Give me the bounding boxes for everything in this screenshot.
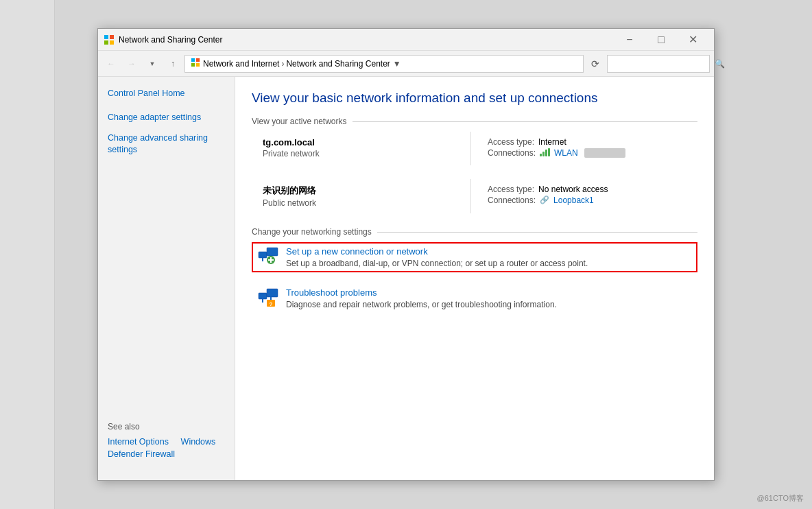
network2-loopback-link[interactable]: Loopback1 (553, 196, 594, 205)
network1-access-type-value: Internet (538, 137, 566, 147)
network1-name: tg.com.local (263, 137, 470, 147)
svg-rect-9 (267, 248, 278, 256)
troubleshoot-desc: Diagnose and repair network problems, or… (286, 300, 557, 309)
sidebar-item-change-adapter-settings[interactable]: Change adapter settings (98, 109, 235, 126)
address-bar: ← → ▼ ↑ Network and Internet › Network a… (98, 51, 714, 77)
network2-name: 未识别的网络 (263, 185, 470, 197)
svg-rect-7 (196, 63, 200, 67)
window-controls: − □ ✕ (614, 29, 708, 51)
networking-settings-section: Change your networking settings (252, 227, 697, 313)
path-icon (191, 58, 200, 69)
network1-access-type-label: Access type: (488, 137, 534, 147)
setup-connection-item: Set up a new connection or network Set u… (252, 242, 697, 272)
svg-rect-15 (259, 293, 267, 299)
search-box: 🔍 (607, 55, 710, 73)
troubleshoot-icon: ? (257, 287, 279, 309)
sidebar-item-change-advanced-sharing[interactable]: Change advanced sharingsettings (98, 130, 235, 158)
network1-row: tg.com.local Private network Access type… (252, 132, 697, 165)
setup-connection-text: Set up a new connection or network Set u… (286, 246, 588, 268)
troubleshoot-text: Troubleshoot problems Diagnose and repai… (286, 287, 557, 309)
svg-rect-4 (191, 58, 195, 62)
minimize-button[interactable]: − (614, 29, 645, 51)
main-content: Control Panel Home Change adapter settin… (98, 77, 714, 480)
loopback-icon: 🔗 (540, 196, 549, 205)
network1-blurred-ssid (584, 148, 625, 158)
search-input[interactable] (612, 59, 715, 69)
network1-details: Access type: Internet Connections: (471, 132, 625, 165)
refresh-button[interactable]: ⟳ (586, 55, 604, 73)
path-separator: › (281, 59, 284, 69)
path-part1: Network and Internet (203, 59, 279, 69)
network1-connections-label: Connections: (488, 148, 536, 158)
troubleshoot-item: ? Troubleshoot problems Diagnose and rep… (252, 283, 697, 313)
active-networks-label: View your active networks (252, 117, 697, 126)
network2-access-type-row: Access type: No network access (488, 185, 608, 194)
network1-connections-row: Connections: WLAN (488, 148, 625, 158)
search-icon: 🔍 (715, 59, 725, 69)
svg-rect-16 (267, 289, 278, 297)
see-also-title: See also (108, 422, 225, 431)
sidebar-see-also: See also Internet Options Windows Defend… (98, 412, 235, 473)
dropdown-button[interactable]: ▼ (143, 55, 161, 73)
title-bar: Network and Sharing Center − □ ✕ (98, 29, 714, 51)
network1-access-type-row: Access type: Internet (488, 137, 625, 147)
svg-rect-8 (259, 252, 267, 258)
setup-connection-icon (257, 246, 279, 268)
window-icon (104, 34, 115, 45)
svg-text:?: ? (270, 301, 273, 307)
troubleshoot-link[interactable]: Troubleshoot problems (286, 287, 557, 298)
network2-type: Public network (263, 198, 470, 208)
content-panel: View your basic network information and … (235, 77, 714, 480)
network2-access-type-value: No network access (538, 185, 608, 194)
window-title: Network and Sharing Center (119, 35, 614, 45)
network1-wlan-link[interactable]: WLAN (554, 148, 578, 158)
forward-button[interactable]: → (123, 55, 141, 73)
svg-rect-0 (104, 35, 108, 39)
network1-type: Private network (263, 149, 470, 158)
svg-rect-6 (191, 63, 195, 67)
sidebar-item-control-panel-home[interactable]: Control Panel Home (98, 85, 235, 102)
network2-connections-label: Connections: (488, 196, 536, 205)
network2-info: 未识别的网络 Public network (252, 179, 471, 213)
svg-rect-2 (104, 40, 108, 45)
path-dropdown-arrow[interactable]: ▼ (393, 59, 401, 69)
network1-wlan-icon (540, 148, 550, 158)
page-title: View your basic network information and … (252, 91, 697, 106)
sidebar-item-internet-options[interactable]: Internet Options (108, 435, 178, 449)
svg-rect-1 (110, 35, 114, 39)
network2-access-type-label: Access type: (488, 185, 534, 194)
network2-details: Access type: No network access Connectio… (471, 179, 608, 213)
svg-rect-3 (110, 40, 114, 45)
sidebar: Control Panel Home Change adapter settin… (98, 77, 235, 480)
settings-section-label: Change your networking settings (252, 227, 697, 237)
setup-connection-desc: Set up a broadband, dial-up, or VPN conn… (286, 259, 588, 268)
network2-row: 未识别的网络 Public network Access type: No ne… (252, 179, 697, 213)
close-button[interactable]: ✕ (677, 29, 708, 51)
network1-info: tg.com.local Private network (252, 132, 471, 165)
network2-connections-row: Connections: 🔗 Loopback1 (488, 196, 608, 205)
maximize-button[interactable]: □ (645, 29, 677, 51)
setup-connection-link[interactable]: Set up a new connection or network (286, 246, 588, 257)
address-path[interactable]: Network and Internet › Network and Shari… (184, 55, 584, 73)
back-button[interactable]: ← (102, 55, 120, 73)
up-button[interactable]: ↑ (164, 55, 182, 73)
path-part2: Network and Sharing Center (286, 59, 390, 69)
svg-rect-5 (196, 58, 200, 62)
watermark: @61CTO博客 (757, 493, 804, 504)
